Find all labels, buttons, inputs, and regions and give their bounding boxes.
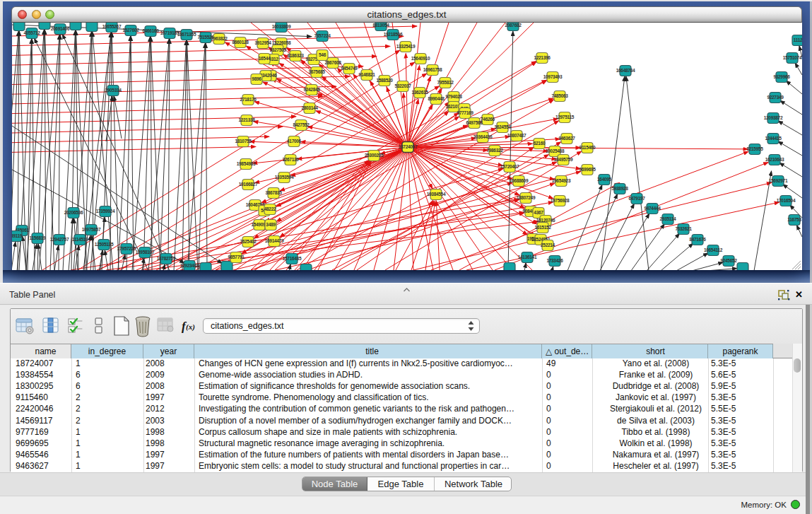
svg-text:1244415: 1244415 <box>765 136 782 141</box>
svg-text:9329966: 9329966 <box>773 74 790 79</box>
svg-text:19654923: 19654923 <box>552 178 571 183</box>
svg-text:6466160: 6466160 <box>142 28 159 33</box>
svg-text:2718176: 2718176 <box>240 97 257 102</box>
svg-text:2867608: 2867608 <box>324 60 341 65</box>
svg-text:1588520: 1588520 <box>376 78 393 83</box>
svg-text:16671355: 16671355 <box>177 32 196 37</box>
svg-text:9794028: 9794028 <box>445 94 462 99</box>
svg-text:19384554: 19384554 <box>427 192 446 197</box>
svg-text:15751074: 15751074 <box>783 55 802 60</box>
svg-text:20364436: 20364436 <box>473 134 493 139</box>
svg-text:7955812: 7955812 <box>437 80 454 85</box>
svg-text:546: 546 <box>319 52 326 57</box>
svg-text:1221396: 1221396 <box>534 55 551 60</box>
svg-text:9777169: 9777169 <box>457 110 473 115</box>
svg-text:9474444: 9474444 <box>644 206 661 211</box>
svg-text:3624554: 3624554 <box>494 124 511 129</box>
svg-text:19756928: 19756928 <box>551 198 570 203</box>
svg-text:48222: 48222 <box>264 206 276 211</box>
svg-text:8660128: 8660128 <box>232 40 249 45</box>
svg-text:10025488: 10025488 <box>546 148 565 153</box>
svg-text:7963822: 7963822 <box>211 36 228 41</box>
svg-text:12923448: 12923448 <box>180 263 199 268</box>
svg-text:12975115: 12975115 <box>555 115 575 119</box>
svg-text:9146821: 9146821 <box>358 72 375 77</box>
svg-text:10807487: 10807487 <box>507 133 526 138</box>
svg-text:15640910: 15640910 <box>411 56 430 61</box>
svg-text:16210643: 16210643 <box>765 157 784 162</box>
svg-text:8454749: 8454749 <box>341 66 358 71</box>
svg-text:3489: 3489 <box>266 222 276 227</box>
svg-text:17957225: 17957225 <box>117 246 136 251</box>
svg-text:15720407: 15720407 <box>500 164 519 169</box>
svg-text:16914479: 16914479 <box>265 238 284 243</box>
svg-text:8471676: 8471676 <box>689 237 706 242</box>
svg-text:8990448: 8990448 <box>428 96 445 101</box>
svg-text:14136141: 14136141 <box>518 255 537 259</box>
svg-text:12093872: 12093872 <box>764 115 783 120</box>
svg-text:2905334: 2905334 <box>105 88 122 93</box>
svg-text:13353594: 13353594 <box>275 175 294 180</box>
svg-text:13325419: 13325419 <box>396 44 416 49</box>
svg-text:39119: 39119 <box>12 233 23 238</box>
svg-text:17359924: 17359924 <box>96 209 115 214</box>
svg-text:18495759: 18495759 <box>554 157 573 162</box>
svg-text:4367: 4367 <box>534 210 543 215</box>
svg-text:9227349: 9227349 <box>767 95 784 100</box>
svg-text:19854983: 19854983 <box>237 161 256 166</box>
svg-text:9857791: 9857791 <box>228 255 245 259</box>
svg-text:417006: 417006 <box>287 139 302 144</box>
svg-text:20691406: 20691406 <box>51 26 70 31</box>
svg-text:15692971: 15692971 <box>769 178 788 183</box>
svg-text:8215955: 8215955 <box>746 146 763 151</box>
svg-text:(x): (x) <box>186 322 195 332</box>
svg-text:12942757: 12942757 <box>50 237 69 242</box>
svg-text:10655267: 10655267 <box>102 24 122 29</box>
svg-text:18807249: 18807249 <box>517 195 536 200</box>
svg-text:1615152: 1615152 <box>534 225 551 230</box>
svg-text:1114519: 1114519 <box>72 237 88 242</box>
svg-text:16782759: 16782759 <box>157 256 176 261</box>
svg-text:252214: 252214 <box>541 243 555 247</box>
svg-text:17016504: 17016504 <box>777 198 796 203</box>
svg-text:2803144: 2803144 <box>301 105 318 110</box>
svg-text:3867835: 3867835 <box>265 190 282 195</box>
svg-text:1733426: 1733426 <box>546 258 563 263</box>
svg-text:10654112: 10654112 <box>704 247 723 252</box>
svg-text:164095: 164095 <box>597 177 612 182</box>
svg-text:8813054: 8813054 <box>372 23 389 28</box>
svg-text:16648784: 16648784 <box>616 68 635 73</box>
svg-text:16033809: 16033809 <box>272 24 291 29</box>
svg-text:20206536: 20206536 <box>64 210 83 215</box>
svg-text:9327505: 9327505 <box>269 47 286 52</box>
svg-text:9245652: 9245652 <box>720 258 737 263</box>
svg-text:7632621: 7632621 <box>675 226 692 231</box>
svg-text:9463627: 9463627 <box>558 136 575 141</box>
svg-text:19166827: 19166827 <box>239 182 258 187</box>
svg-text:9896: 9896 <box>252 76 261 81</box>
svg-text:6497568: 6497568 <box>466 120 483 125</box>
svg-text:1810755: 1810755 <box>235 139 252 144</box>
svg-text:7485063: 7485063 <box>551 93 568 98</box>
svg-text:1527602: 1527602 <box>122 28 139 33</box>
svg-text:10958107: 10958107 <box>136 250 155 255</box>
svg-text:3267130: 3267130 <box>282 157 299 162</box>
svg-text:116753: 116753 <box>787 217 801 222</box>
svg-text:4055712: 4055712 <box>23 30 40 35</box>
svg-text:2087682: 2087682 <box>505 23 522 28</box>
svg-text:5938928: 5938928 <box>611 186 628 191</box>
svg-text:9699695: 9699695 <box>579 167 596 172</box>
svg-text:10975857: 10975857 <box>82 227 101 232</box>
svg-text:16544: 16544 <box>259 56 271 61</box>
svg-text:19218506: 19218506 <box>384 32 403 37</box>
svg-text:3675685: 3675685 <box>308 69 325 74</box>
svg-text:1221338: 1221338 <box>238 117 255 122</box>
svg-text:62160: 62160 <box>534 141 546 146</box>
svg-text:7986322: 7986322 <box>486 148 503 153</box>
svg-text:25300205: 25300205 <box>365 153 384 158</box>
svg-text:1362615: 1362615 <box>411 90 428 95</box>
svg-text:1156819: 1156819 <box>30 235 47 240</box>
svg-text:7357224: 7357224 <box>314 33 331 38</box>
svg-text:3912954: 3912954 <box>254 40 271 45</box>
svg-text:8427552: 8427552 <box>293 122 310 127</box>
